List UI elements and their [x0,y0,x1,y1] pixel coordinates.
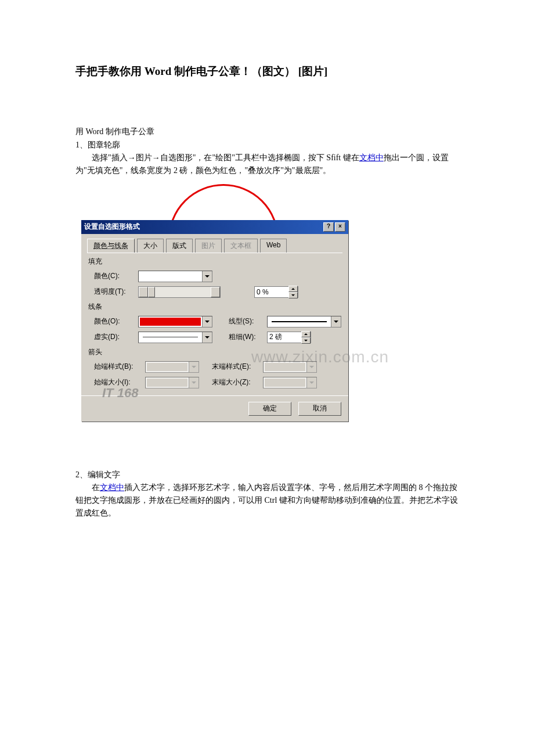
weight-label: 粗细(W): [229,332,264,342]
begin-style-label: 始端样式(B): [94,362,142,372]
page-title: 手把手教你用 Word 制作电子公章！（图文） [图片] [75,64,459,79]
spin-up-icon[interactable] [288,286,298,292]
transparency-label: 透明度(T): [94,287,135,297]
line-color-label: 颜色(O): [94,316,135,326]
line-style-label: 线型(S): [229,316,264,326]
chevron-down-icon [189,377,199,388]
para-text-pre: 选择"插入→图片→自选图形"，在"绘图"工具栏中选择椭圆，按下 Sfift 键在 [92,153,359,162]
ok-button[interactable]: 确定 [248,402,291,416]
fill-color-label: 颜色(C): [94,271,135,281]
tab-layout[interactable]: 版式 [166,239,193,253]
transparency-slider[interactable] [138,286,221,298]
para2-pre: 在 [92,483,100,492]
tab-textbox[interactable]: 文本框 [224,239,258,253]
section-2-heading: 2、编辑文字 [75,469,459,481]
dash-label: 虚实(D): [94,332,135,342]
spin-down-icon[interactable] [301,337,311,344]
arrow-section-label: 箭头 [88,347,342,357]
end-size-label: 末端大小(Z): [212,377,259,387]
tab-web[interactable]: Web [260,239,287,253]
format-autoshape-dialog: 设置自选图形格式 ? × 颜色与线条 大小 版式 图片 文本框 Web 填充 颜… [81,220,348,422]
weight-input[interactable] [268,333,301,342]
fill-color-combo[interactable] [138,271,212,282]
tab-strip: 颜色与线条 大小 版式 图片 文本框 Web [87,239,342,253]
transparency-value-spinner[interactable] [254,286,298,298]
line-style-combo[interactable] [267,316,341,327]
transparency-input[interactable] [255,287,288,297]
tab-size[interactable]: 大小 [137,239,164,253]
chevron-down-icon[interactable] [202,332,212,343]
begin-size-combo [145,377,199,388]
close-button[interactable]: × [335,222,345,232]
dialog-titlebar: 设置自选图形格式 ? × [81,220,348,234]
slider-right-icon[interactable] [211,287,220,297]
chevron-down-icon[interactable] [202,316,212,327]
red-circle-outline [168,184,279,220]
section-2-paragraph: 在文档中插入艺术字，选择环形艺术字，输入内容后设置字体、字号，然后用艺术字周围的… [75,481,459,519]
line-color-combo[interactable] [138,316,212,327]
line-section-label: 线条 [88,302,342,312]
begin-style-combo [145,361,199,373]
dash-combo[interactable] [138,332,212,343]
fill-section-label: 填充 [88,257,342,267]
doc-link-1[interactable]: 文档中 [359,153,384,162]
weight-spinner[interactable] [267,332,311,343]
slider-thumb[interactable] [148,287,155,297]
spin-down-icon[interactable] [288,292,298,298]
chevron-down-icon[interactable] [202,271,212,282]
end-style-label: 末端样式(E): [212,362,259,372]
slider-left-icon[interactable] [139,287,148,297]
cancel-button[interactable]: 取消 [298,402,341,416]
spin-up-icon[interactable] [301,331,311,337]
red-arc-preview [75,179,459,220]
end-size-combo [263,377,317,388]
doc-link-2[interactable]: 文档中 [100,483,124,492]
begin-size-label: 始端大小(I): [94,377,142,387]
section-1-heading: 1、图章轮廓 [75,139,459,152]
para2-post: 插入艺术字，选择环形艺术字，输入内容后设置字体、字号，然后用艺术字周围的 8 个… [75,483,458,517]
tab-colors-lines[interactable]: 颜色与线条 [87,239,135,253]
end-style-combo [263,361,317,373]
chevron-down-icon [306,362,316,372]
tab-picture[interactable]: 图片 [195,239,222,253]
chevron-down-icon [306,377,316,388]
dialog-title: 设置自选图形格式 [84,222,140,232]
chevron-down-icon[interactable] [331,316,341,327]
section-1-paragraph: 选择"插入→图片→自选图形"，在"绘图"工具栏中选择椭圆，按下 Sfift 键在… [75,152,459,177]
intro-line1: 用 Word 制作电子公章 [75,125,459,138]
chevron-down-icon [189,362,199,372]
help-button[interactable]: ? [323,222,334,232]
